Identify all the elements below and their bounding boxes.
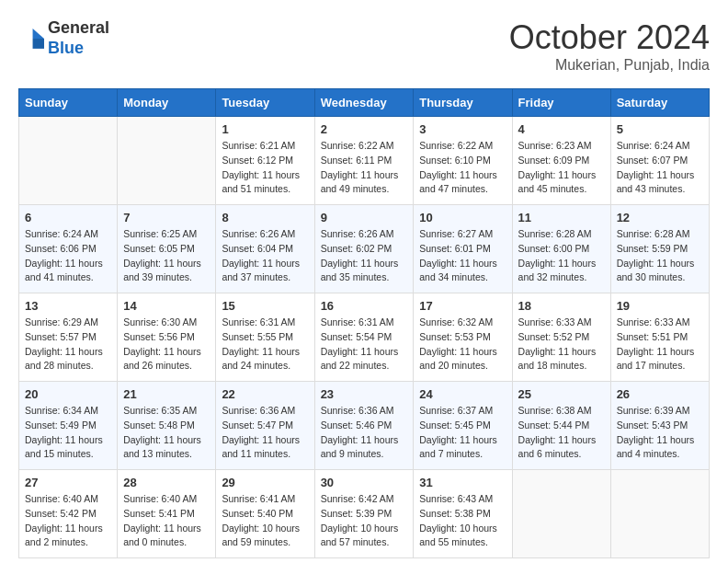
day-number: 22 <box>222 387 308 401</box>
day-info: Sunrise: 6:24 AMSunset: 6:07 PMDaylight:… <box>617 139 703 197</box>
day-info: Sunrise: 6:40 AMSunset: 5:41 PMDaylight:… <box>123 492 210 550</box>
sunrise-text: Sunrise: 6:40 AM <box>123 492 210 507</box>
calendar-cell: 11Sunrise: 6:28 AMSunset: 6:00 PMDayligh… <box>512 205 610 293</box>
day-info: Sunrise: 6:38 AMSunset: 5:44 PMDaylight:… <box>518 404 605 462</box>
daylight-text: Daylight: 11 hours and 0 minutes. <box>123 522 210 551</box>
sunset-text: Sunset: 5:52 PM <box>518 330 605 345</box>
calendar-cell: 5Sunrise: 6:24 AMSunset: 6:07 PMDaylight… <box>610 117 709 205</box>
calendar-cell: 1Sunrise: 6:21 AMSunset: 6:12 PMDaylight… <box>216 117 314 205</box>
sunrise-text: Sunrise: 6:30 AM <box>123 316 210 330</box>
calendar-cell: 19Sunrise: 6:33 AMSunset: 5:51 PMDayligh… <box>610 293 709 382</box>
calendar-cell: 2Sunrise: 6:22 AMSunset: 6:11 PMDaylight… <box>314 117 414 205</box>
calendar-cell: 4Sunrise: 6:23 AMSunset: 6:09 PMDaylight… <box>512 117 610 205</box>
calendar-cell: 14Sunrise: 6:30 AMSunset: 5:56 PMDayligh… <box>118 293 216 382</box>
calendar-cell: 28Sunrise: 6:40 AMSunset: 5:41 PMDayligh… <box>118 470 216 558</box>
calendar-cell <box>19 117 118 205</box>
sunset-text: Sunset: 5:43 PM <box>617 419 703 433</box>
daylight-text: Daylight: 11 hours and 35 minutes. <box>321 257 408 286</box>
sunrise-text: Sunrise: 6:40 AM <box>25 492 111 507</box>
sunset-text: Sunset: 5:54 PM <box>321 330 408 345</box>
weekday-header-saturday: Saturday <box>610 89 709 117</box>
daylight-text: Daylight: 11 hours and 30 minutes. <box>617 257 703 286</box>
calendar-week-1: 1Sunrise: 6:21 AMSunset: 6:12 PMDaylight… <box>19 117 710 205</box>
daylight-text: Daylight: 11 hours and 7 minutes. <box>419 433 506 463</box>
daylight-text: Daylight: 11 hours and 13 minutes. <box>123 433 210 463</box>
day-number: 28 <box>123 476 210 489</box>
sunset-text: Sunset: 6:07 PM <box>617 154 703 168</box>
svg-marker-0 <box>33 29 44 39</box>
calendar-week-3: 13Sunrise: 6:29 AMSunset: 5:57 PMDayligh… <box>19 293 710 382</box>
daylight-text: Daylight: 11 hours and 28 minutes. <box>25 345 111 374</box>
calendar-week-2: 6Sunrise: 6:24 AMSunset: 6:06 PMDaylight… <box>19 205 710 293</box>
sunset-text: Sunset: 5:57 PM <box>25 330 111 345</box>
calendar-cell: 7Sunrise: 6:25 AMSunset: 6:05 PMDaylight… <box>118 205 216 293</box>
sunset-text: Sunset: 5:44 PM <box>518 419 605 433</box>
day-info: Sunrise: 6:23 AMSunset: 6:09 PMDaylight:… <box>518 139 605 197</box>
sunrise-text: Sunrise: 6:21 AM <box>222 139 308 154</box>
sunset-text: Sunset: 6:00 PM <box>518 242 605 257</box>
sunrise-text: Sunrise: 6:31 AM <box>222 316 308 330</box>
calendar-cell: 18Sunrise: 6:33 AMSunset: 5:52 PMDayligh… <box>512 293 610 382</box>
day-number: 13 <box>25 299 111 313</box>
sunrise-text: Sunrise: 6:24 AM <box>25 227 111 242</box>
sunrise-text: Sunrise: 6:36 AM <box>321 404 408 419</box>
sunset-text: Sunset: 5:48 PM <box>123 419 210 433</box>
sunset-text: Sunset: 5:56 PM <box>123 330 210 345</box>
day-info: Sunrise: 6:28 AMSunset: 6:00 PMDaylight:… <box>518 227 605 285</box>
day-number: 12 <box>617 211 703 224</box>
daylight-text: Daylight: 10 hours and 55 minutes. <box>419 522 506 551</box>
sunset-text: Sunset: 5:59 PM <box>617 242 703 257</box>
day-number: 1 <box>222 122 308 136</box>
daylight-text: Daylight: 11 hours and 2 minutes. <box>25 522 111 551</box>
logo: General Blue <box>18 18 109 58</box>
sunset-text: Sunset: 6:09 PM <box>518 154 605 168</box>
weekday-row: SundayMondayTuesdayWednesdayThursdayFrid… <box>19 89 710 117</box>
sunrise-text: Sunrise: 6:22 AM <box>321 139 408 154</box>
sunset-text: Sunset: 6:10 PM <box>419 154 506 168</box>
sunrise-text: Sunrise: 6:37 AM <box>419 404 506 419</box>
daylight-text: Daylight: 11 hours and 43 minutes. <box>617 168 703 198</box>
daylight-text: Daylight: 11 hours and 17 minutes. <box>617 345 703 374</box>
calendar-cell: 22Sunrise: 6:36 AMSunset: 5:47 PMDayligh… <box>216 382 314 470</box>
day-info: Sunrise: 6:30 AMSunset: 5:56 PMDaylight:… <box>123 316 210 373</box>
sunrise-text: Sunrise: 6:22 AM <box>419 139 506 154</box>
daylight-text: Daylight: 10 hours and 57 minutes. <box>321 522 408 551</box>
daylight-text: Daylight: 11 hours and 6 minutes. <box>518 433 605 463</box>
svg-marker-1 <box>33 39 44 49</box>
day-number: 19 <box>617 299 703 313</box>
daylight-text: Daylight: 11 hours and 45 minutes. <box>518 168 605 198</box>
daylight-text: Daylight: 11 hours and 47 minutes. <box>419 168 506 198</box>
calendar-week-4: 20Sunrise: 6:34 AMSunset: 5:49 PMDayligh… <box>19 382 710 470</box>
calendar-cell: 24Sunrise: 6:37 AMSunset: 5:45 PMDayligh… <box>414 382 512 470</box>
day-number: 8 <box>222 211 308 224</box>
sunrise-text: Sunrise: 6:25 AM <box>123 227 210 242</box>
sunset-text: Sunset: 5:53 PM <box>419 330 506 345</box>
day-number: 31 <box>419 476 506 489</box>
day-info: Sunrise: 6:33 AMSunset: 5:51 PMDaylight:… <box>617 316 703 373</box>
sunrise-text: Sunrise: 6:32 AM <box>419 316 506 330</box>
calendar-cell: 15Sunrise: 6:31 AMSunset: 5:55 PMDayligh… <box>216 293 314 382</box>
sunrise-text: Sunrise: 6:33 AM <box>617 316 703 330</box>
day-number: 2 <box>321 122 408 136</box>
sunrise-text: Sunrise: 6:36 AM <box>222 404 308 419</box>
day-info: Sunrise: 6:34 AMSunset: 5:49 PMDaylight:… <box>25 404 111 462</box>
sunrise-text: Sunrise: 6:43 AM <box>419 492 506 507</box>
day-info: Sunrise: 6:36 AMSunset: 5:47 PMDaylight:… <box>222 404 308 462</box>
day-info: Sunrise: 6:31 AMSunset: 5:55 PMDaylight:… <box>222 316 308 373</box>
calendar-cell <box>512 470 610 558</box>
title-block: October 2024 Mukerian, Punjab, India <box>509 18 710 74</box>
day-number: 6 <box>25 211 111 224</box>
sunset-text: Sunset: 5:49 PM <box>25 419 111 433</box>
daylight-text: Daylight: 11 hours and 9 minutes. <box>321 433 408 463</box>
calendar-cell: 8Sunrise: 6:26 AMSunset: 6:04 PMDaylight… <box>216 205 314 293</box>
day-info: Sunrise: 6:32 AMSunset: 5:53 PMDaylight:… <box>419 316 506 373</box>
day-info: Sunrise: 6:33 AMSunset: 5:52 PMDaylight:… <box>518 316 605 373</box>
sunset-text: Sunset: 5:51 PM <box>617 330 703 345</box>
day-number: 30 <box>321 476 408 489</box>
daylight-text: Daylight: 11 hours and 37 minutes. <box>222 257 308 286</box>
sunrise-text: Sunrise: 6:24 AM <box>617 139 703 154</box>
logo-text: General Blue <box>48 18 109 58</box>
daylight-text: Daylight: 11 hours and 18 minutes. <box>518 345 605 374</box>
calendar-table: SundayMondayTuesdayWednesdayThursdayFrid… <box>18 88 710 558</box>
daylight-text: Daylight: 11 hours and 41 minutes. <box>25 257 111 286</box>
